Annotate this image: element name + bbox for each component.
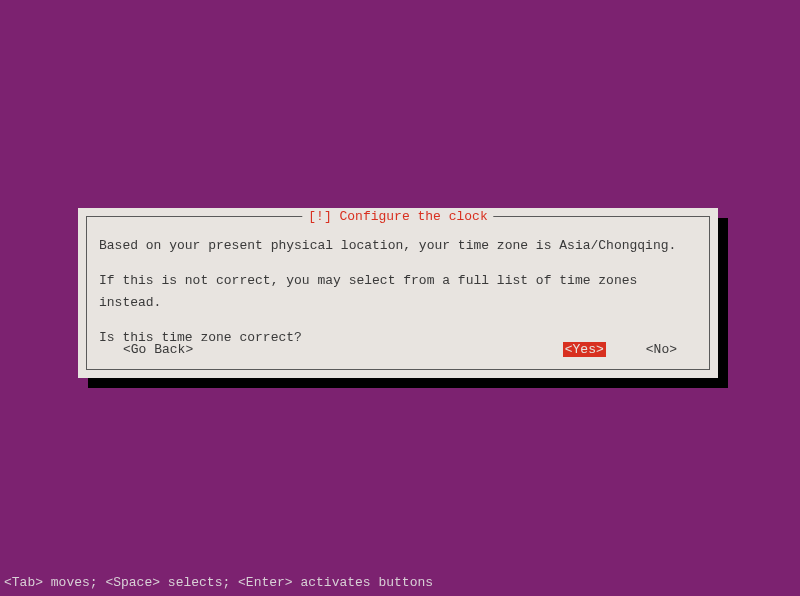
no-button[interactable]: <No> (646, 342, 677, 357)
dialog-frame: [!] Configure the clock Based on your pr… (86, 216, 710, 370)
dialog-box: [!] Configure the clock Based on your pr… (78, 208, 718, 378)
dialog-title: [!] Configure the clock (302, 209, 493, 224)
message-line-1: Based on your present physical location,… (99, 235, 697, 257)
go-back-button[interactable]: <Go Back> (123, 342, 193, 357)
dialog-body: Based on your present physical location,… (99, 235, 697, 349)
dialog-button-row: <Go Back> <Yes> <No> (99, 342, 697, 357)
message-line-2: If this is not correct, you may select f… (99, 270, 697, 314)
yes-button[interactable]: <Yes> (563, 342, 606, 357)
help-bar: <Tab> moves; <Space> selects; <Enter> ac… (4, 575, 433, 590)
